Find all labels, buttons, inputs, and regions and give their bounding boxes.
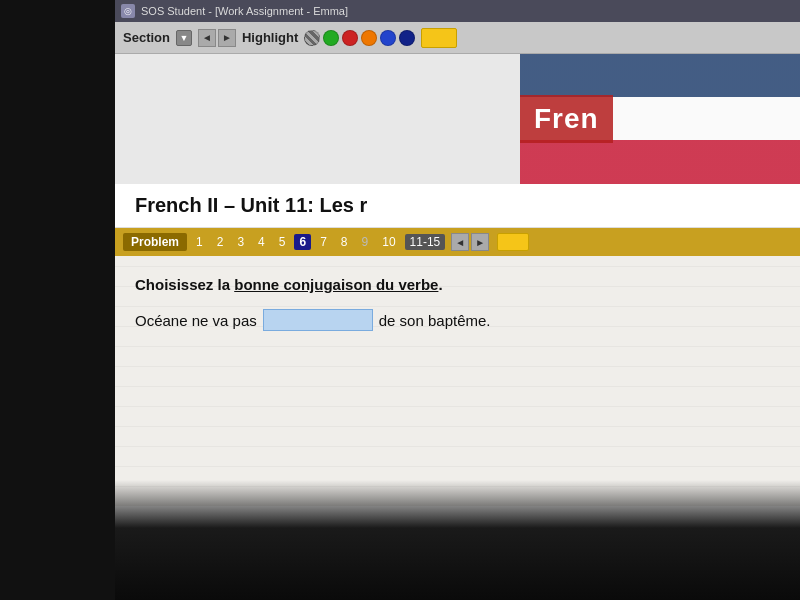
section-dropdown-btn[interactable]: ▼ [176, 30, 192, 46]
page-title-row: French II – Unit 11: Les r [115, 184, 800, 228]
french-banner-text: Fren [520, 95, 613, 143]
header-image: Fren [115, 54, 800, 184]
problem-num-9[interactable]: 9 [357, 234, 374, 250]
screen-content: ◎ SOS Student - [Work Assignment - Emma]… [115, 0, 800, 600]
problem-instruction: Choisissez la bonne conjugaison du verbe… [135, 276, 780, 293]
problem-bar: Problem 1 2 3 4 5 6 7 8 9 10 11-15 ◄ ► [115, 228, 800, 256]
color-dot-dark-blue[interactable] [399, 30, 415, 46]
next-problem-arrow[interactable]: ► [471, 233, 489, 251]
prev-problem-arrow[interactable]: ◄ [451, 233, 469, 251]
problem-sentence: Océane ne va pas de son baptême. [135, 309, 780, 331]
sentence-before: Océane ne va pas [135, 312, 257, 329]
title-bar: ◎ SOS Student - [Work Assignment - Emma] [115, 0, 800, 22]
problem-num-range[interactable]: 11-15 [405, 234, 446, 250]
problem-bar-yellow-btn[interactable] [497, 233, 529, 251]
problem-instruction-underline: bonne conjugaison du verbe [234, 276, 438, 293]
problem-num-1[interactable]: 1 [191, 234, 208, 250]
problem-label: Problem [123, 233, 187, 251]
problem-content: Choisissez la bonne conjugaison du verbe… [115, 256, 800, 506]
problem-num-6[interactable]: 6 [294, 234, 311, 250]
problem-num-5[interactable]: 5 [274, 234, 291, 250]
section-nav-arrows: ◄ ► [198, 29, 236, 47]
title-bar-text: SOS Student - [Work Assignment - Emma] [141, 5, 348, 17]
left-bezel [0, 0, 115, 600]
french-text-overlay: Fren [520, 54, 800, 184]
problem-num-8[interactable]: 8 [336, 234, 353, 250]
sentence-after: de son baptême. [379, 312, 491, 329]
problem-num-10[interactable]: 10 [377, 234, 400, 250]
prev-section-arrow[interactable]: ◄ [198, 29, 216, 47]
problem-num-7[interactable]: 7 [315, 234, 332, 250]
color-dot-striped[interactable] [304, 30, 320, 46]
problem-num-4[interactable]: 4 [253, 234, 270, 250]
problem-num-3[interactable]: 3 [232, 234, 249, 250]
toolbar: Section ▼ ◄ ► Highlight [115, 22, 800, 54]
next-section-arrow[interactable]: ► [218, 29, 236, 47]
color-dot-blue[interactable] [380, 30, 396, 46]
page-title: French II – Unit 11: Les r [135, 194, 367, 216]
problem-nav-arrows: ◄ ► [451, 233, 489, 251]
app-icon: ◎ [121, 4, 135, 18]
highlight-label: Highlight [242, 30, 298, 45]
color-dot-green[interactable] [323, 30, 339, 46]
content-area: Fren French II – Unit 11: Les r Problem … [115, 54, 800, 506]
yellow-toolbar-btn[interactable] [421, 28, 457, 48]
color-palette [304, 30, 415, 46]
color-dot-orange[interactable] [361, 30, 377, 46]
section-label: Section [123, 30, 170, 45]
answer-blank[interactable] [263, 309, 373, 331]
color-dot-red[interactable] [342, 30, 358, 46]
problem-num-2[interactable]: 2 [212, 234, 229, 250]
